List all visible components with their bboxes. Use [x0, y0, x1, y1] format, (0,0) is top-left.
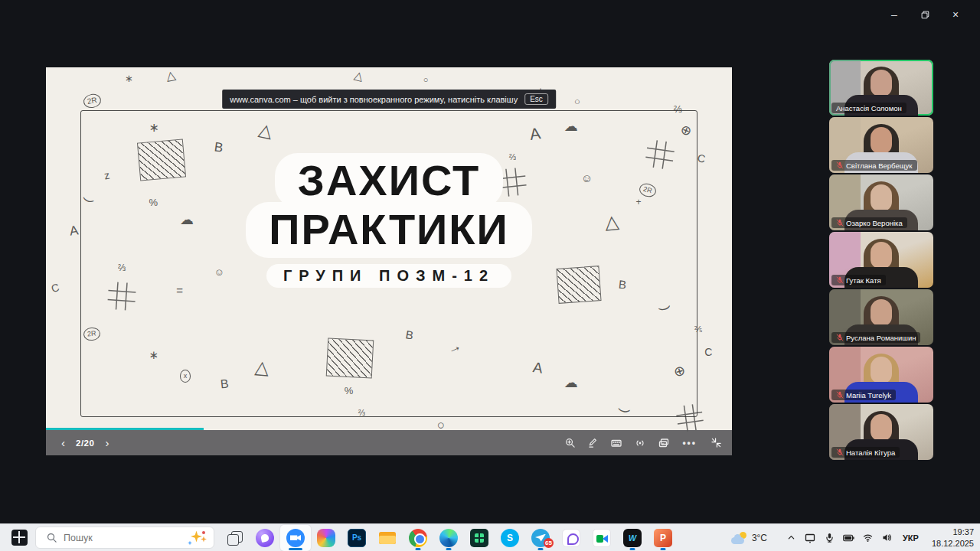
battery-icon[interactable]: [842, 532, 854, 544]
taskbar-app-edge[interactable]: [433, 525, 464, 551]
present-button[interactable]: [658, 438, 669, 448]
participant-name-label: Озарко Вероніка: [831, 217, 907, 228]
copilot-sparkles-icon[interactable]: [188, 530, 207, 546]
participant-video[interactable]: Анастасія Соломон: [829, 60, 933, 116]
taskbar-app-zoom[interactable]: [280, 525, 311, 551]
chrome-icon: [409, 529, 427, 547]
broadcast-button[interactable]: [635, 438, 645, 448]
next-slide-button[interactable]: ›: [105, 437, 109, 448]
taskbar-app-task-view[interactable]: [219, 525, 250, 551]
participant-name: Озарко Вероніка: [846, 219, 903, 227]
open-indicator: [630, 548, 635, 550]
participant-name: Наталія Кітура: [846, 448, 895, 457]
participant-video[interactable]: Руслана Романишин: [829, 289, 933, 345]
participant-video[interactable]: Світлана Вербещук: [829, 117, 933, 173]
taskbar-app-photoshop[interactable]: Ps: [341, 525, 372, 551]
taskbar-app-powerpoint[interactable]: P: [648, 525, 678, 551]
taskbar-app-chrome[interactable]: [403, 525, 433, 551]
taskbar-app-file-explorer[interactable]: [372, 525, 403, 551]
taskbar-app-webex[interactable]: W: [617, 525, 648, 551]
edge-icon: [439, 529, 458, 547]
doodle: ○: [423, 76, 429, 84]
taskbar-app-skype[interactable]: S: [495, 525, 525, 551]
participant-video[interactable]: Mariia Turelyk: [829, 347, 933, 403]
slide-subtitle: ГРУПИ ПОЗМ-12: [266, 264, 511, 288]
esc-key-hint: Esc: [524, 93, 548, 105]
keyboard-button[interactable]: [611, 438, 622, 448]
participant-video[interactable]: Наталія Кітура: [829, 404, 933, 460]
open-indicator: [416, 548, 421, 550]
zoom-in-button[interactable]: [565, 438, 575, 448]
file-explorer-icon: [378, 529, 397, 547]
taskbar-app-google-meet[interactable]: [586, 525, 617, 551]
minimize-button[interactable]: –: [879, 5, 910, 24]
clock[interactable]: 19:37 18.12.2025: [932, 527, 974, 549]
slide-title-line2: ПРАКТИКИ: [246, 202, 532, 257]
chevron-up-icon[interactable]: [785, 532, 797, 544]
powerpoint-icon: P: [654, 529, 672, 547]
taskbar-search[interactable]: [35, 527, 214, 549]
taskbar-app-telegram[interactable]: 65: [525, 525, 556, 551]
taskbar-app-assistant-app[interactable]: [250, 525, 280, 551]
restore-button[interactable]: [910, 5, 940, 24]
temperature: 3°C: [752, 533, 767, 543]
doodle: △: [354, 69, 365, 82]
date: 18.12.2025: [932, 538, 974, 549]
participant-name: Гутак Катя: [846, 276, 881, 285]
language-indicator[interactable]: УКР: [903, 533, 919, 543]
webex-icon: W: [623, 529, 642, 547]
viber-icon: [562, 529, 580, 547]
volume-icon[interactable]: [880, 532, 893, 544]
taskbar-app-green-app[interactable]: [464, 525, 495, 551]
doodle: 2R: [83, 93, 103, 110]
copilot-icon: [317, 529, 335, 547]
desktop: { "window_controls": { "minimize_glyph":…: [0, 0, 980, 551]
mic-off-icon: [836, 276, 844, 284]
taskbar-app-copilot[interactable]: [311, 525, 341, 551]
start-button[interactable]: [8, 527, 31, 549]
close-button[interactable]: ×: [940, 5, 971, 24]
participant-name-label: Mariia Turelyk: [831, 390, 896, 400]
google-meet-icon: [593, 529, 611, 547]
page-indicator: 2/20: [76, 439, 94, 448]
exit-fullscreen-button[interactable]: [711, 430, 721, 455]
window-controls: – ×: [879, 5, 971, 24]
more-button[interactable]: •••: [682, 438, 697, 448]
assistant-app-icon: [256, 529, 274, 547]
green-app-icon: [470, 529, 488, 547]
open-indicator: [661, 548, 666, 550]
open-indicator: [538, 548, 544, 550]
participant-name: Анастасія Соломон: [836, 104, 902, 112]
fullscreen-exit-banner: www.canva.com – щоб вийти з повноекранно…: [222, 90, 556, 109]
cast-icon[interactable]: [804, 532, 816, 544]
slide-title-line1: ЗАХИСТ: [275, 153, 503, 208]
participant-name: Mariia Turelyk: [846, 391, 891, 399]
wifi-icon[interactable]: [861, 532, 874, 544]
time: 19:37: [932, 527, 974, 537]
previous-slide-button[interactable]: ‹: [61, 437, 65, 448]
mic-off-icon: [836, 448, 844, 456]
search-input[interactable]: [64, 533, 181, 543]
presentation-toolbar: ‹ 2/20 › •••: [46, 430, 732, 455]
progress-track: [46, 428, 732, 431]
weather-widget[interactable]: 3°C: [731, 532, 767, 544]
windows-logo-icon: [11, 530, 28, 546]
open-indicator: [289, 548, 302, 550]
participant-video[interactable]: Озарко Вероніка: [829, 174, 933, 230]
notification-badge: 65: [544, 538, 554, 548]
mic-icon[interactable]: [823, 532, 835, 544]
mic-off-icon: [836, 161, 844, 169]
taskbar-app-viber[interactable]: [556, 525, 586, 551]
participant-name-label: Руслана Романишин: [831, 332, 920, 343]
participant-name-label: Наталія Кітура: [831, 447, 900, 458]
participant-video[interactable]: Гутак Катя: [829, 232, 933, 288]
progress-bar: [46, 428, 204, 431]
draw-button[interactable]: [588, 438, 598, 448]
participant-name: Світлана Вербещук: [846, 161, 913, 170]
mic-off-icon: [836, 391, 844, 399]
taskbar: PsS65WP 3°C УКР 19:37 18.12.2025: [0, 523, 980, 551]
search-icon: [45, 532, 57, 544]
doodle: ○: [574, 96, 580, 106]
skype-icon: S: [501, 529, 519, 547]
participant-name-label: Світлана Вербещук: [831, 160, 917, 171]
